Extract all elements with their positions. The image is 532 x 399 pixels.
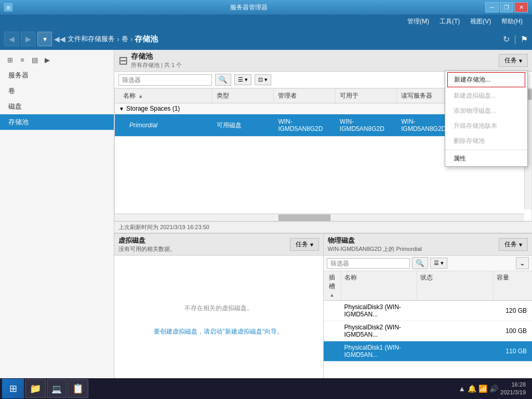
ctx-add-physical-disk[interactable]: 添加物理磁盘... — [445, 103, 527, 118]
virtual-disk-tasks-button[interactable]: 任务 ▾ — [290, 238, 319, 251]
menu-view[interactable]: 视图(V) — [465, 16, 496, 27]
phys-td-slot-0 — [326, 310, 341, 312]
tray-volume[interactable]: 🔊 — [489, 384, 498, 393]
taskbar-app-cmd[interactable]: 💻 — [47, 379, 66, 398]
th-available[interactable]: 可用于 — [336, 89, 397, 103]
filter-search-button[interactable]: 🔍 — [215, 74, 231, 86]
phys-row-0[interactable]: PhysicalDisk3 (WIN-IGMD5AN... 120 GB — [324, 301, 533, 321]
th-type[interactable]: 类型 — [212, 89, 274, 103]
storage-pool-status: 上次刷新时间为 2021/3/19 16:23:50 — [114, 221, 532, 233]
filter-view-button1[interactable]: ☰ ▾ — [234, 74, 251, 85]
group-label: Storage Spaces (1) — [126, 105, 180, 112]
menu-tools[interactable]: 工具(T) — [434, 16, 465, 27]
ctx-properties[interactable]: 属性 — [445, 151, 527, 166]
sidebar-volumes-label: 卷 — [8, 86, 15, 96]
breadcrumb: ◀◀ 文件和存储服务 › 卷 › 存储池 — [54, 34, 501, 44]
ctx-new-virtual-disk[interactable]: 新建虚拟磁盘... — [445, 88, 527, 103]
sidebar-item-servers[interactable]: 服务器 — [0, 68, 114, 83]
th-name[interactable]: 名称 ▲ — [119, 89, 212, 103]
phys-th-slot[interactable]: 插槽 ▲ — [326, 271, 341, 300]
tray-time[interactable]: 16:28 2021/3/19 — [500, 381, 526, 397]
sidebar-arrow-icon[interactable]: ▶ — [42, 54, 53, 65]
sidebar-top-icons: ⊞ ≡ ▤ ▶ — [0, 52, 114, 68]
close-button[interactable]: ✕ — [514, 2, 528, 12]
phys-search-button[interactable]: 🔍 — [412, 257, 428, 269]
breadcrumb-part2[interactable]: 卷 — [122, 34, 128, 44]
storage-pool-title: 存储池 — [131, 52, 496, 61]
sidebar-servers-label: 服务器 — [8, 71, 29, 80]
h-scrollbar-thumb[interactable] — [278, 215, 330, 221]
phys-row-1[interactable]: PhysicalDisk2 (WIN-IGMD5AN... 100 GB — [324, 321, 533, 341]
refresh-button[interactable]: ↻ — [503, 34, 510, 44]
virtual-disk-header-text: 虚拟磁盘 没有可用的相关数据。 — [118, 236, 176, 253]
filter-input[interactable] — [118, 74, 212, 86]
storage-pool-header: ⊟ 存储池 所有存储池 | 共 1 个 任务 ▾ 新建存储池... 新建虚拟磁盘… — [114, 50, 532, 72]
phys-td-status-1 — [417, 330, 494, 332]
content-area: ⊟ 存储池 所有存储池 | 共 1 个 任务 ▾ 新建存储池... 新建虚拟磁盘… — [114, 50, 532, 378]
phys-view-button[interactable]: ☰ ▾ — [430, 258, 447, 269]
physical-disk-title: 物理磁盘 — [328, 236, 422, 245]
virtual-disk-link[interactable]: 要创建虚拟磁盘，请启动"新建虚拟磁盘"向导。 — [148, 323, 289, 340]
tray-notify[interactable]: 🔔 — [468, 384, 476, 393]
phys-th-name[interactable]: 名称 — [341, 271, 418, 300]
storage-pool-tasks-button[interactable]: 任务 ▾ — [499, 54, 528, 67]
sidebar-list-icon[interactable]: ≡ — [17, 54, 28, 65]
phys-td-capacity-2: 110 GB — [494, 347, 530, 356]
sidebar-item-storage-pools[interactable]: 存储池 — [0, 114, 114, 130]
phys-expand-button[interactable]: ⌄ — [516, 257, 529, 269]
tray-network[interactable]: 📶 — [478, 384, 487, 393]
breadcrumb-part1[interactable]: 文件和存储服务 — [68, 34, 115, 44]
menu-help[interactable]: 帮助(H) — [496, 16, 528, 27]
taskbar: ⊞ 📁 💻 📋 ▲ 🔔 📶 🔊 16:28 2021/3/19 — [0, 378, 532, 399]
physical-disk-panel: 物理磁盘 WIN-IGMD5AN8G2D 上的 Primordial 任务 ▾ … — [324, 234, 533, 378]
taskbar-app-file[interactable]: 📋 — [68, 379, 88, 398]
virtual-disk-panel: 虚拟磁盘 没有可用的相关数据。 任务 ▾ 不存在相关的虚拟磁盘。 要创建虚拟磁盘… — [114, 234, 324, 378]
phys-th-capacity[interactable]: 容量 — [494, 271, 530, 300]
restore-button[interactable]: ❐ — [500, 2, 513, 12]
ctx-delete-pool[interactable]: 删除存储池 — [445, 134, 527, 149]
menu-manage[interactable]: 管理(M) — [402, 16, 434, 27]
dropdown-button[interactable]: ▾ — [37, 32, 52, 46]
sidebar-item-disks[interactable]: 磁盘 — [0, 99, 114, 114]
ctx-upgrade-pool[interactable]: 升级存储池版本 — [445, 118, 527, 134]
th-manager[interactable]: 管理者 — [274, 89, 335, 103]
storage-pool-subtitle: 所有存储池 | 共 1 个 — [131, 61, 496, 69]
title-bar: ⊞ 服务器管理器 ─ ❐ ✕ — [0, 0, 532, 15]
phys-th-status[interactable]: 状态 — [417, 271, 494, 300]
h-scrollbar-track[interactable] — [115, 214, 524, 221]
storage-pool-context-menu: 新建存储池... 新建虚拟磁盘... 添加物理磁盘... 升级存储池版本 删除存… — [445, 71, 528, 167]
phys-td-name-0: PhysicalDisk3 (WIN-IGMD5AN... — [341, 302, 418, 319]
breadcrumb-part3[interactable]: 存储池 — [135, 34, 158, 44]
forward-button[interactable]: ▶ — [21, 32, 35, 46]
td-available: WIN-IGMD5AN8G2D — [336, 116, 397, 134]
sidebar-storage-icon[interactable]: ▤ — [29, 54, 41, 65]
ctx-new-pool[interactable]: 新建存储池... — [447, 72, 525, 87]
back-button[interactable]: ◀ — [4, 32, 19, 46]
sidebar-disks-label: 磁盘 — [8, 102, 22, 111]
storage-pool-icon: ⊟ — [118, 54, 128, 68]
ctx-divider — [445, 150, 527, 150]
sidebar-item-volumes[interactable]: 卷 — [0, 83, 114, 99]
phys-filter-input[interactable] — [327, 258, 410, 269]
phys-row-2[interactable]: PhysicalDisk1 (WIN-IGMD5AN... 110 GB — [324, 341, 533, 362]
virtual-disk-empty: 不存在相关的虚拟磁盘。 要创建虚拟磁盘，请启动"新建虚拟磁盘"向导。 — [114, 256, 323, 378]
start-icon: ⊞ — [9, 383, 17, 394]
virtual-disk-subtitle: 没有可用的相关数据。 — [118, 245, 176, 253]
physical-disk-header: 物理磁盘 WIN-IGMD5AN8G2D 上的 Primordial 任务 ▾ — [324, 234, 533, 256]
physical-disk-header-text: 物理磁盘 WIN-IGMD5AN8G2D 上的 Primordial — [328, 236, 422, 253]
system-tray: ▲ 🔔 📶 🔊 16:28 2021/3/19 — [454, 381, 530, 397]
sidebar-grid-icon[interactable]: ⊞ — [4, 54, 16, 65]
sidebar-storage-pools-label: 存储池 — [8, 117, 29, 127]
storage-pool-info: 存储池 所有存储池 | 共 1 个 — [131, 52, 496, 69]
start-button[interactable]: ⊞ — [2, 379, 24, 398]
tray-date: 2021/3/19 — [500, 389, 526, 396]
minimize-button[interactable]: ─ — [485, 2, 499, 12]
app-icon: ⊞ — [4, 3, 12, 11]
file-icon: 📋 — [72, 383, 84, 394]
filter-view-button2[interactable]: ⊡ ▾ — [255, 74, 271, 85]
taskbar-app-explorer[interactable]: 📁 — [25, 379, 46, 398]
tray-clock: 16:28 — [500, 381, 526, 389]
physical-disk-tasks-button[interactable]: 任务 ▾ — [499, 238, 528, 251]
tray-arrow[interactable]: ▲ — [458, 384, 466, 393]
virtual-disk-empty-msg: 不存在相关的虚拟磁盘。 — [174, 294, 263, 323]
